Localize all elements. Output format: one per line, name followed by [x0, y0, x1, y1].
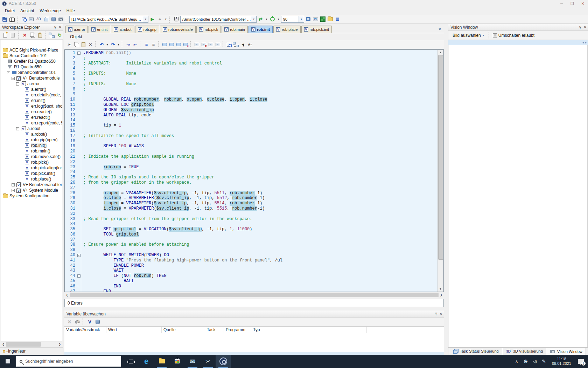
speed-selector[interactable]: 90▾	[281, 16, 304, 23]
chevron-down-icon[interactable]: ▾	[251, 16, 256, 22]
expand-icon[interactable]: +	[12, 189, 15, 192]
start-button[interactable]	[0, 355, 16, 368]
column-header-variable-ausdruck[interactable]: Variable/Ausdruck	[64, 327, 106, 333]
tab-a-error[interactable]: Va.error	[65, 26, 88, 33]
indent-icon[interactable]: ⇥	[125, 41, 132, 48]
redo-button[interactable]: ↷	[110, 41, 116, 48]
chevron-down-icon[interactable]: ▾	[117, 41, 120, 48]
monitor-window-icon[interactable]	[28, 16, 35, 22]
expand-icon[interactable]: +	[12, 183, 15, 186]
close-button[interactable]: ✕	[578, 1, 588, 6]
transfer-icon[interactable]: ⇄	[257, 16, 264, 22]
tree-item-r1-quattro650[interactable]: R1 Quattro650	[1, 64, 62, 70]
tree-item-err-log-text-show[interactable]: Verr.log($text, show	[1, 103, 62, 109]
tab-rob-init[interactable]: Vrob.init	[248, 26, 273, 33]
scrollbar-thumb[interactable]	[70, 293, 439, 297]
tree-item-err-init-[interactable]: Verr.init()	[1, 98, 62, 103]
copy-item-icon[interactable]	[29, 32, 36, 39]
tree-item-greifer-r1-quattro650[interactable]: Greifer R1 Quattro650	[1, 59, 62, 64]
panel-splitter[interactable]	[445, 24, 448, 355]
watch-entry-row[interactable]	[64, 352, 444, 355]
scrollbar-thumb[interactable]	[438, 55, 443, 260]
paste-item-icon[interactable]	[37, 32, 43, 39]
chevron-down-icon[interactable]: ▾	[299, 16, 304, 22]
maximize-button[interactable]: ❐	[567, 1, 578, 6]
tree-item-rob-place-[interactable]: Vrob.place()	[1, 176, 62, 182]
tree-item-err-details-code-[interactable]: Verr.details(code, $	[1, 92, 62, 98]
snipping-icon[interactable]: ✂	[200, 355, 216, 368]
cut-icon[interactable]: ✂	[66, 41, 73, 48]
tree-item-rob-main-[interactable]: Vrob.main()	[1, 148, 62, 154]
pendant-icon[interactable]	[173, 16, 180, 22]
new-item-icon[interactable]	[2, 32, 8, 39]
tree-item-err-reacte-[interactable]: Verr.reacte()	[1, 109, 62, 115]
tab-err-init[interactable]: Verr.init	[89, 26, 110, 33]
close-panel-icon[interactable]: ✕	[584, 25, 587, 29]
task-profiler-icon[interactable]: ≣	[334, 16, 341, 22]
scroll-right-icon[interactable]: ❯	[439, 292, 444, 298]
scroll-left-icon[interactable]: ❮	[64, 292, 70, 298]
tree-item-smartcontroller-101[interactable]: SmartController 101	[1, 53, 62, 59]
close-panel-icon[interactable]: ✕	[440, 312, 442, 316]
objekt-menu[interactable]: Objekt	[67, 33, 85, 40]
code-editor[interactable]: 1−.PROGRAM rob.init()2;3; ABSTRACT: Init…	[64, 49, 444, 292]
vision-tab-vision-window[interactable]: Vision Window	[546, 348, 586, 355]
windows-layout-icon[interactable]	[43, 16, 49, 22]
workspace-horizontal-scrollbar[interactable]: ❮ ❯	[1, 342, 62, 347]
chevron-down-icon[interactable]: ▾	[143, 16, 148, 22]
ace-icon[interactable]	[216, 355, 231, 368]
open-folder-icon[interactable]	[327, 16, 334, 22]
tree-item-v-benutzervariablen[interactable]: +VV+ Benutzervariablen	[1, 182, 62, 188]
editor-horizontal-scrollbar[interactable]: ❮ ❯	[64, 292, 444, 298]
region-icon[interactable]	[161, 41, 168, 48]
debug-window-icon[interactable]	[226, 41, 232, 48]
find-icon[interactable]	[9, 16, 15, 22]
menu-item-datei[interactable]: Datei	[2, 7, 18, 14]
tab-rob-grip[interactable]: Vrob.grip	[135, 26, 159, 33]
task-view-icon[interactable]	[123, 355, 139, 368]
collapse-icon[interactable]: −	[12, 77, 15, 80]
menu-item-ansicht[interactable]: Ansicht	[18, 7, 37, 14]
scroll-down-icon[interactable]: ▼	[438, 286, 443, 292]
pen-icon[interactable]: ✎	[539, 355, 548, 368]
column-header-typ[interactable]: Typ	[251, 327, 367, 333]
power-button[interactable]	[269, 16, 276, 22]
monitor-task-icon[interactable]	[194, 41, 200, 48]
taskbar-clock[interactable]: 11:18 08.01.2021	[549, 357, 574, 366]
run-button[interactable]: ▶	[149, 16, 156, 22]
tab-a-robot[interactable]: Va.robot	[111, 26, 134, 33]
close-document-icon[interactable]: ✕	[435, 27, 444, 32]
watch-rows[interactable]	[64, 333, 444, 355]
tree-item-system-konfiguration[interactable]: System Konfiguration	[1, 193, 62, 199]
tab-rob-main[interactable]: Vrob.main	[222, 26, 248, 33]
database-icon[interactable]	[50, 16, 57, 22]
delete-item-icon[interactable]: ✕	[21, 32, 28, 39]
collapse-icon[interactable]: −	[7, 71, 10, 74]
tree-item-err-report-code-[interactable]: Verr.report(code, $	[1, 120, 62, 126]
monitor-run-icon[interactable]	[208, 41, 214, 48]
network-globe-icon[interactable]: ⊕	[521, 355, 530, 368]
3d-visualization-icon[interactable]: 3D	[35, 16, 42, 22]
comment-icon[interactable]	[168, 41, 175, 48]
io-watch-icon[interactable]	[320, 16, 326, 22]
paste-icon[interactable]	[80, 41, 87, 48]
volume-icon[interactable]: ◁)	[530, 355, 539, 368]
explorer-icon[interactable]	[154, 355, 169, 368]
refresh-icon[interactable]: ↻	[56, 32, 63, 39]
undo-button[interactable]: ↶	[98, 41, 105, 48]
delete-watch-icon[interactable]: ✕	[66, 319, 73, 325]
database-watch-icon[interactable]	[94, 319, 101, 325]
tree-item-err-reacti-[interactable]: Verr.reacti()	[1, 115, 62, 120]
notification-center-button[interactable]: 1	[575, 355, 587, 368]
chevron-down-icon[interactable]: ▾	[265, 16, 268, 22]
scrollbar-thumb[interactable]	[6, 342, 41, 347]
delete-icon[interactable]: ✕	[87, 41, 94, 48]
tree-item-a-robot-[interactable]: Va.robot()	[1, 131, 62, 137]
controller-selector[interactable]: /SmartController 101/SmartController 101…	[180, 16, 257, 23]
fold-collapse-icon[interactable]: −	[77, 274, 80, 278]
vision-image-area[interactable]	[449, 45, 588, 347]
taskbar-search-input[interactable]: Suchbegriff hier eingeben	[16, 356, 121, 367]
chevron-up-icon[interactable]: ∧	[512, 355, 521, 368]
vplus-watch-icon[interactable]: V	[86, 319, 93, 325]
column-header-programm[interactable]: Programm	[224, 327, 251, 333]
